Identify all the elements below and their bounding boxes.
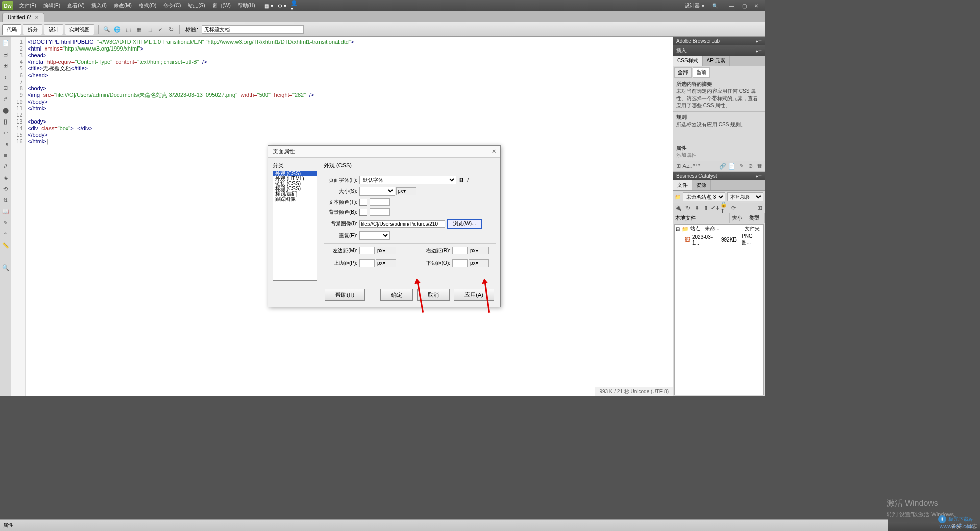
top-margin-unit[interactable]: px ▾ [376, 259, 396, 267]
expand-icon[interactable]: ⊞ [2, 61, 10, 69]
add-property-link[interactable]: 添加属性 [676, 152, 697, 158]
tab-css-styles[interactable]: CSS样式 [673, 56, 703, 66]
edit-icon[interactable]: ✎ [737, 162, 745, 170]
show-category-icon[interactable]: ⊞ [674, 162, 682, 170]
browse-button[interactable]: 浏览(W)... [447, 219, 482, 229]
dialog-close-icon[interactable]: ✕ [492, 148, 496, 155]
css-all-button[interactable]: 全部 [674, 67, 692, 78]
tab-assets[interactable]: 资源 [692, 180, 711, 190]
bottom-margin-input[interactable] [452, 259, 468, 267]
gear-icon[interactable]: ⚙ ▾ [278, 2, 287, 10]
view-split-button[interactable]: 拆分 [23, 24, 42, 35]
document-title-input[interactable] [202, 25, 304, 34]
comment-icon[interactable]: // [2, 162, 10, 171]
connect-icon[interactable]: 🔌 [674, 204, 682, 212]
file-row[interactable]: 🖼 2023-03-1... 992KB PNG 图... [675, 233, 763, 247]
checkin-icon[interactable]: 🔒⬆ [720, 204, 728, 212]
recent-icon[interactable]: ⟲ [2, 185, 10, 193]
menu-site[interactable]: 站点(S) [185, 1, 208, 10]
menu-view[interactable]: 查看(V) [64, 1, 87, 10]
new-rule-icon[interactable]: 📄 [728, 162, 736, 170]
layout-icon[interactable]: ▦ ▾ [264, 2, 274, 10]
right-margin-input[interactable] [452, 247, 468, 254]
site-select[interactable]: 未命名站点 3 [683, 192, 725, 201]
view-live-button[interactable]: 实时视图 [65, 24, 94, 35]
menu-file[interactable]: 文件(F) [16, 1, 39, 10]
select-parent-icon[interactable]: ↕ [2, 73, 10, 81]
menu-help[interactable]: 帮助(H) [235, 1, 258, 10]
move-icon[interactable]: ⇅ [2, 196, 10, 204]
view-design-button[interactable]: 设计 [44, 24, 63, 35]
live-code-icon[interactable]: ⬚ [124, 25, 133, 34]
cancel-button[interactable]: 取消 [417, 289, 450, 301]
search-icon[interactable]: 🔍 [710, 2, 720, 10]
right-margin-unit[interactable]: px ▾ [469, 247, 489, 254]
bg-color-input[interactable] [370, 208, 390, 216]
line-numbers-icon[interactable]: # [2, 95, 10, 103]
get-icon[interactable]: ⬇ [693, 204, 701, 212]
view-select[interactable]: 本地视图 [727, 192, 763, 201]
left-margin-unit[interactable]: px ▾ [376, 247, 396, 254]
pencil-icon[interactable]: ✎ [2, 219, 10, 227]
site-root-row[interactable]: ⊟ 📁 站点 - 未命... 文件夹 [675, 225, 763, 233]
user-icon[interactable]: 👤 ▾ [291, 2, 300, 10]
text-color-input[interactable] [370, 198, 390, 206]
category-listbox[interactable]: 外观 (CSS) 外观 (HTML) 链接 (CSS) 标题 (CSS) 标题/… [273, 171, 317, 281]
bottom-margin-unit[interactable]: px ▾ [469, 259, 489, 267]
tab-files[interactable]: 文件 [673, 180, 692, 190]
syntax-icon[interactable]: {} [2, 117, 10, 126]
format-icon[interactable]: ≡ [2, 151, 10, 159]
menu-edit[interactable]: 编辑(E) [40, 1, 63, 10]
font-select[interactable]: 默认字体 [359, 176, 456, 184]
collapse-icon[interactable]: ▸≡ [756, 48, 762, 54]
help-button[interactable]: 帮助(H) [325, 289, 365, 301]
left-margin-input[interactable] [359, 247, 375, 254]
collapse-icon[interactable]: ⊟ [2, 50, 10, 58]
collapse-icon[interactable]: ▸≡ [756, 38, 762, 44]
cat-tracing-image[interactable]: 跟踪图像 [273, 197, 317, 202]
file-tree[interactable]: ⊟ 📁 站点 - 未命... 文件夹 🖼 2023-03-1... 992KB … [674, 224, 764, 395]
code-nav-icon[interactable]: ⬚ [145, 25, 154, 34]
menu-insert[interactable]: 插入(I) [88, 1, 109, 10]
bg-image-input[interactable] [359, 220, 445, 228]
repeat-select[interactable] [359, 231, 390, 240]
snippet-icon[interactable]: ◈ [2, 174, 10, 182]
css-current-button[interactable]: 当前 [693, 67, 710, 78]
insert-panel-header[interactable]: 插入 ▸≡ [673, 45, 765, 56]
minimize-icon[interactable]: — [726, 1, 738, 10]
balance-icon[interactable]: ⊡ [2, 84, 10, 92]
set-icon[interactable]: *⁺* [693, 162, 701, 170]
close-icon[interactable]: ✕ [750, 1, 763, 10]
indent-icon[interactable]: ⇥ [2, 140, 10, 148]
inspect-icon[interactable]: 🔍 [102, 25, 111, 34]
refresh-icon[interactable]: ↻ [166, 25, 176, 34]
size-select[interactable] [359, 187, 395, 196]
ascending-icon[interactable]: Aᴢ↓ [683, 162, 692, 170]
preview-icon[interactable]: ▦ [134, 25, 143, 34]
ok-button[interactable]: 确定 [380, 289, 413, 301]
chevron-down-icon[interactable]: ▾ [702, 3, 704, 9]
bold-icon[interactable]: B [459, 177, 464, 184]
open-doc-icon[interactable]: 📄 [2, 39, 10, 47]
checkout-icon[interactable]: ✔⬇ [711, 204, 719, 212]
bg-color-picker[interactable] [359, 209, 368, 216]
check-icon[interactable]: ✓ [156, 25, 165, 34]
tab-close-icon[interactable]: ✕ [35, 15, 39, 20]
sync-icon[interactable]: ⟳ [729, 204, 738, 212]
word-wrap-icon[interactable]: ↩ [2, 129, 10, 137]
link-icon[interactable]: 🔗 [719, 162, 727, 170]
expand-tree-icon[interactable]: ⊟ [676, 226, 680, 232]
view-code-button[interactable]: 代码 [2, 24, 21, 35]
browserlab-panel-header[interactable]: Adobe BrowserLab ▸≡ [673, 37, 765, 45]
business-catalyst-header[interactable]: Business Catalyst ▸≡ [673, 172, 765, 180]
book-icon[interactable]: 📖 [2, 207, 10, 215]
expand-files-icon[interactable]: ⊞ [755, 204, 764, 212]
highlight-icon[interactable]: ⬤ [2, 106, 10, 114]
maximize-icon[interactable]: ▢ [738, 1, 750, 10]
ruler-icon[interactable]: 📏 [2, 241, 10, 249]
abc-icon[interactable]: ᴬ [2, 230, 10, 238]
search-tool-icon[interactable]: 🔍 [2, 263, 10, 272]
refresh-files-icon[interactable]: ↻ [683, 204, 692, 212]
italic-icon[interactable]: I [467, 177, 469, 184]
misc-icon[interactable]: ⋯ [2, 252, 10, 260]
